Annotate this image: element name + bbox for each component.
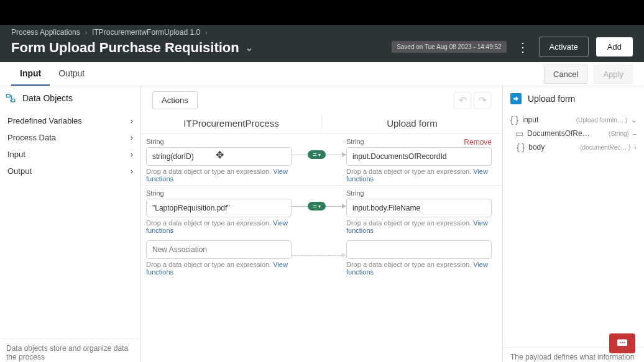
chevron-right-icon: ›	[131, 166, 133, 176]
cancel-button[interactable]: Cancel	[544, 65, 587, 84]
type-label: String	[146, 138, 292, 145]
chevron-down-icon[interactable]: ⌄	[246, 43, 253, 53]
new-association-input[interactable]	[146, 240, 292, 259]
source-expression-input[interactable]	[146, 199, 292, 217]
chevron-right-icon: ›	[85, 29, 87, 36]
actions-button[interactable]: Actions	[152, 91, 198, 109]
upload-form-icon	[510, 93, 522, 104]
chevron-right-icon: ›	[131, 150, 133, 159]
target-expression-input[interactable]	[346, 199, 492, 217]
hint-text: Drop a data object or type an expression…	[346, 261, 471, 268]
payload-panel: Upload form { } input (Upload formIn… ) …	[502, 86, 644, 362]
new-association-row: Drop a data object or type an expression…	[141, 237, 502, 278]
undo-button[interactable]: ↶	[454, 92, 471, 109]
sidebar-item-output[interactable]: Output›	[5, 163, 136, 179]
chevron-right-icon: ›	[131, 133, 133, 142]
svg-rect-0	[6, 94, 10, 97]
hint-text: Drop a data object or type an expression…	[346, 168, 471, 175]
data-objects-icon	[5, 93, 16, 104]
dash-icon: –	[633, 130, 637, 137]
tree-node-input[interactable]: { } input (Upload formIn… ) ⌄	[508, 113, 639, 127]
svg-point-3	[620, 342, 621, 343]
hint-text: Drop a data object or type an expression…	[146, 219, 271, 227]
sidebar-help-text: Data objects store and organize data the…	[0, 338, 140, 362]
chat-widget[interactable]	[609, 333, 635, 353]
new-target-input[interactable]	[346, 240, 492, 259]
chevron-right-icon[interactable]: ›	[634, 143, 637, 151]
breadcrumb: Process Applications › ITProcurementwFor…	[11, 25, 633, 37]
apply-button: Apply	[594, 65, 633, 84]
add-button[interactable]: Add	[596, 37, 633, 57]
type-label: String	[146, 189, 292, 197]
mapping-row: String Drop a data object or type an exp…	[141, 134, 502, 186]
svg-point-4	[622, 342, 623, 343]
hint-text: Drop a data object or type an expression…	[146, 168, 271, 175]
type-label: StringRemove	[346, 138, 492, 145]
type-label: String	[346, 189, 492, 197]
sidebar-item-predefined[interactable]: Predefined Variables›	[5, 112, 136, 129]
chevron-right-icon: ›	[131, 116, 133, 125]
target-expression-input[interactable]	[346, 147, 492, 166]
sidebar-item-process-data[interactable]: Process Data›	[5, 129, 136, 146]
assign-operator[interactable]: = ▾	[308, 150, 325, 159]
page-title: Form Upload Purchase Requisition ⌄	[11, 38, 253, 56]
payload-title: Upload form	[528, 94, 575, 104]
sidebar-title: Data Objects	[22, 93, 73, 103]
field-icon: ▭	[515, 129, 523, 138]
chevron-right-icon: ›	[205, 29, 207, 36]
title-text: Form Upload Purchase Requisition	[11, 40, 239, 56]
hint-text: Drop a data object or type an expression…	[346, 219, 471, 227]
remove-link[interactable]: Remove	[464, 138, 492, 147]
column-header-left: ITProcurementProcess	[141, 114, 322, 133]
app-header: Process Applications › ITProcurementwFor…	[0, 25, 644, 62]
source-expression-input[interactable]	[146, 147, 292, 166]
mapping-canvas: Actions ↶ ↷ ITProcurementProcess Upload …	[141, 86, 502, 362]
kebab-menu-icon[interactable]: ⋮	[514, 41, 531, 53]
mapping-row: String Drop a data object or type an exp…	[141, 186, 502, 237]
activate-button[interactable]: Activate	[539, 37, 589, 57]
column-header-right: Upload form	[322, 114, 502, 133]
breadcrumb-item[interactable]: ITProcurementwFormUpload 1.0	[92, 28, 200, 37]
tree-node-body[interactable]: { } body (documentRec… ) ›	[508, 140, 639, 154]
assign-operator[interactable]: = ▾	[308, 202, 325, 210]
object-icon: { }	[510, 115, 518, 125]
data-objects-panel: Data Objects Predefined Variables› Proce…	[0, 86, 141, 362]
hint-text: Drop a data object or type an expression…	[146, 261, 271, 268]
save-status-badge: Saved on Tue Aug 08 2023 - 14:49:52	[392, 41, 506, 53]
tab-output[interactable]: Output	[50, 62, 93, 86]
tab-input[interactable]: Input	[11, 62, 50, 86]
tree-node-documents[interactable]: ▭ DocumentsOfRe… (String) –	[508, 127, 639, 140]
chevron-down-icon[interactable]: ⌄	[631, 116, 637, 124]
breadcrumb-item[interactable]: Process Applications	[11, 28, 80, 37]
svg-point-5	[623, 342, 625, 343]
redo-button[interactable]: ↷	[474, 92, 491, 109]
object-icon: { }	[517, 142, 525, 152]
io-tabs: Input Output	[11, 62, 93, 86]
sidebar-item-input[interactable]: Input›	[5, 146, 136, 163]
